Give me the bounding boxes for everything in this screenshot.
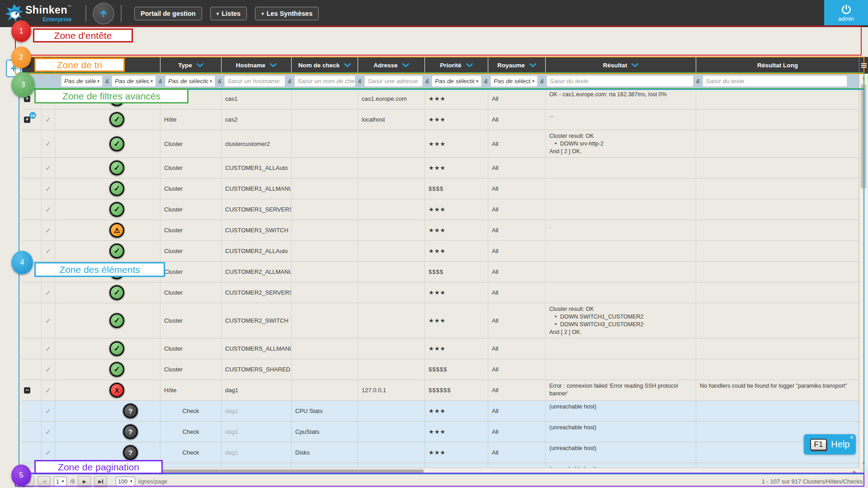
last-page-button[interactable]: ▶ — [94, 476, 107, 487]
realm-filter[interactable]: Pas de sélection▾ — [491, 75, 538, 87]
cell-type: Cluster — [160, 220, 222, 240]
help-popup[interactable]: F1 Help × — [804, 434, 856, 455]
status-filter-2[interactable]: Pas de sélection▾ — [112, 75, 156, 87]
column-header-royaume[interactable]: Royaume — [488, 57, 546, 74]
nav-portail-de-gestion[interactable]: Portail de gestion — [134, 7, 202, 20]
row-selected-checkmark[interactable]: ✓ — [45, 449, 51, 457]
row-selected-checkmark[interactable]: ✓ — [45, 386, 51, 394]
column-header-adresse[interactable]: Adresse — [358, 57, 425, 74]
brand-subtitle: Enterprise — [25, 16, 71, 22]
table-row[interactable]: ✓✓Clusterclustercustomer2★★★AllCluster r… — [22, 130, 859, 158]
table-row[interactable]: ✓?Checkdag1CPU Stats★★★All(unreachable h… — [22, 401, 859, 422]
nav-listes[interactable]: ▾Listes — [210, 7, 247, 20]
column-menu-button[interactable] — [859, 57, 868, 74]
expand-row-button[interactable]: + — [24, 117, 30, 123]
cell-hostname: CUSTOMERS_ALLMANU — [222, 338, 292, 359]
column-header-resultat-long[interactable]: Résultat Long — [696, 57, 859, 74]
table-row[interactable]: ✓⚠ClusterCUSTOMER1_SWITCH★★★All. — [22, 220, 859, 241]
row-selected-checkmark[interactable]: ✓ — [45, 428, 51, 436]
row-selected-checkmark[interactable]: ✓ — [45, 185, 51, 193]
status-filter[interactable]: Pas de sélection▾ — [61, 75, 103, 87]
table-row[interactable]: ✓✓ClusterCUSTOMER1_ALLMANU$$$$All — [22, 178, 859, 199]
cell-realm: All — [488, 463, 546, 468]
admin-user-button[interactable]: admin — [824, 0, 868, 25]
check-name-filter[interactable]: Saisir un nom de check — [294, 75, 355, 87]
cell-selected: ✓ — [42, 178, 55, 199]
scroll-right-icon[interactable]: ▶ — [853, 469, 856, 474]
row-selected-checkmark[interactable]: ✓ — [45, 366, 51, 374]
cell-text: All — [492, 345, 498, 352]
cell-realm: All — [488, 303, 546, 338]
cell-result: Cluster result: OKDOWN SWITCH1_CUSTOMER2… — [546, 303, 696, 338]
table-row[interactable]: ✓✓ClusterCUSTOMER2_SWITCH★★★AllCluster r… — [22, 303, 859, 338]
cell-text: Cluster — [164, 206, 183, 213]
lines-per-page-label: lignes/page — [138, 479, 167, 485]
row-selected-checkmark[interactable]: ✓ — [45, 247, 51, 255]
scroll-up-icon[interactable]: ▲ — [859, 75, 868, 80]
next-page-button[interactable]: ▶ — [78, 476, 91, 487]
cell-type: Cluster — [160, 282, 222, 303]
row-selected-checkmark[interactable]: ✓ — [45, 317, 51, 325]
column-header-hostname[interactable]: Hostname — [222, 57, 292, 74]
vertical-scrollbar[interactable]: ▲ ▼ — [859, 74, 868, 468]
row-selected-checkmark[interactable]: ✓ — [45, 345, 51, 353]
cell-status: ✓ — [55, 158, 160, 178]
table-row[interactable]: ✓?Checkdag1CpuStats★★★All(unreachable ho… — [22, 422, 859, 442]
table-row[interactable]: +15✓✓Hôtecas2localhost★★★All... — [22, 109, 859, 130]
result-long-filter[interactable]: Saisir du texte — [703, 75, 847, 87]
column-header-nom-de-check[interactable]: Nom de check — [292, 57, 358, 74]
cell-text: dag1 — [225, 449, 238, 456]
status-warning-icon: ⚠ — [109, 223, 124, 238]
scroll-top-button[interactable] — [93, 3, 114, 24]
cell-priority: ★★★ — [425, 158, 488, 178]
table-row[interactable]: ✓✓ClusterCUSTOMERS_SHARED$$$$$All — [22, 359, 859, 380]
vertical-scroll-thumb[interactable] — [861, 84, 866, 188]
column-header-resultat[interactable]: Résultat — [546, 57, 696, 74]
row-selected-checkmark[interactable]: ✓ — [45, 140, 51, 148]
cell-type: Check — [160, 463, 222, 468]
cell-result: ... — [546, 109, 696, 130]
cell-check-name — [292, 359, 358, 380]
cell-text: CpuStats — [295, 428, 319, 435]
table-row[interactable]: ✓✓ClusterCUSTOMER2_SERVERS★★★All — [22, 282, 859, 303]
nav-les-syntheses[interactable]: ▾Les Synthèses — [255, 7, 319, 20]
priority-filter[interactable]: Pas de sélection▾ — [432, 75, 481, 87]
table-row[interactable]: −✓XHôtedag1127.0.0.1$$$$$$AllError : con… — [22, 380, 859, 401]
collapse-row-button[interactable]: − — [24, 387, 30, 394]
row-selected-checkmark[interactable]: ✓ — [45, 116, 51, 124]
table-row[interactable]: ✓✓ClusterCUSTOMER2_ALLAuto★★★All — [22, 241, 859, 262]
cell-text: CUSTOMERS_SHARED — [225, 366, 290, 373]
table-row[interactable]: ✓✓ClusterCUSTOMER1_ALLAuto★★★All — [22, 158, 859, 178]
table-row[interactable]: ✓✓ClusterCUSTOMERS_ALLMANU★★★All — [22, 338, 859, 359]
result-filter[interactable]: Saisir du texte — [547, 75, 693, 87]
per-page-select[interactable]: 100▼ — [116, 477, 135, 487]
result-line: . — [549, 222, 692, 230]
cell-text: ★★★ — [429, 428, 446, 435]
row-selected-checkmark[interactable]: ✓ — [45, 289, 51, 297]
previous-page-button[interactable]: ◀ — [38, 476, 51, 487]
row-selected-checkmark[interactable]: ✓ — [45, 407, 51, 415]
hostname-filter[interactable]: Saisir un hostname — [224, 75, 285, 87]
address-filter[interactable]: Saisir une adresse — [364, 75, 423, 87]
cell-text: Check — [183, 428, 199, 435]
cell-realm: All — [488, 130, 546, 157]
type-filter[interactable]: Pas de sélection▾ — [165, 75, 215, 87]
close-help-icon[interactable]: × — [850, 434, 854, 441]
status-ok-icon: ✓ — [109, 160, 124, 175]
scroll-down-icon[interactable]: ▼ — [859, 461, 868, 466]
column-header-type[interactable]: Type — [160, 57, 222, 74]
table-row[interactable]: ✓✓ClusterCUSTOMER1_SERVERS★★★All — [22, 199, 859, 220]
cell-priority: ★★★ — [425, 130, 488, 157]
cell-priority: ★★★ — [425, 282, 488, 303]
row-selected-checkmark[interactable]: ✓ — [45, 164, 51, 172]
brand-name: Shinken — [25, 4, 67, 16]
column-header-priorite[interactable]: Priorité — [425, 57, 488, 74]
cell-text: All — [492, 366, 498, 373]
cell-expand — [22, 422, 42, 442]
page-select[interactable]: 1▼ — [54, 477, 67, 487]
shinken-logo[interactable]: Shinken™ Enterprise — [5, 3, 79, 24]
row-selected-checkmark[interactable]: ✓ — [45, 226, 51, 235]
cell-address — [358, 241, 425, 261]
row-selected-checkmark[interactable]: ✓ — [45, 206, 51, 214]
result-line: (unreachable host) — [549, 424, 692, 432]
